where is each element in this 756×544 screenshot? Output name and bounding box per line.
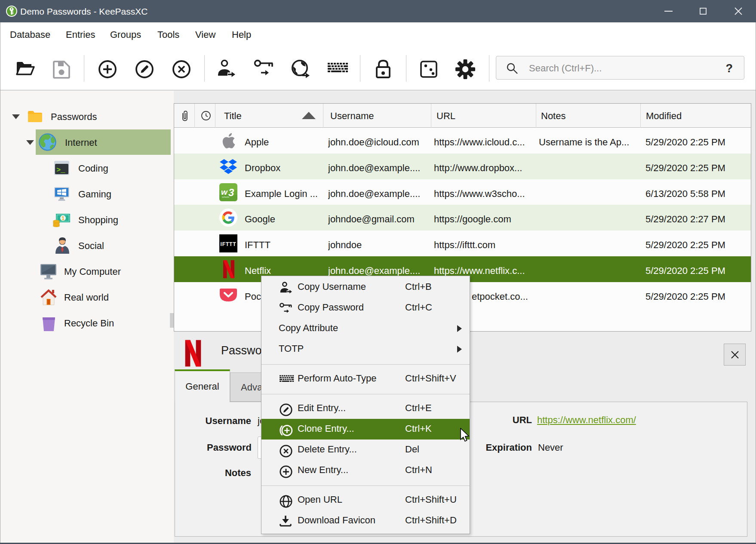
svg-text:>_: >_	[56, 166, 65, 174]
svg-text:schools: schools	[222, 196, 229, 198]
svg-text:3: 3	[228, 187, 234, 198]
svg-text:w: w	[221, 187, 228, 197]
svg-text:IFTTT: IFTTT	[220, 241, 236, 247]
svg-text:1: 1	[61, 215, 65, 221]
